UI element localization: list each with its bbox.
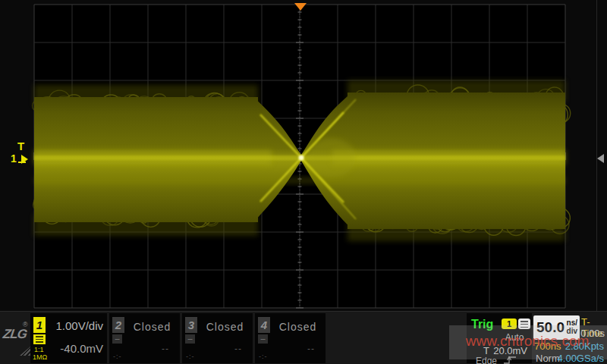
channel-3-box[interactable]: 3 Closed – -:- -- [182,313,253,363]
channel-4-value: -- [307,344,315,354]
channel-3-sub: -:- [186,353,195,360]
brand-triangle-icon [20,347,30,356]
trigger-position-marker[interactable] [294,3,307,11]
channel-2-badge: 2 [112,317,124,333]
channel-4-badge: 4 [258,317,270,333]
waveform-display [0,0,607,364]
channel-2-value: -- [162,344,169,354]
left-arrow-icon [597,154,604,163]
oscilloscope-screen: T 1 ZLG ® 1 1:1 1MΩ 1.00V/div -40.0mV 2 … [0,0,607,364]
channel-offset: -40.0mV [60,342,103,355]
channel-2-sub: -:- [113,353,122,360]
input-impedance: 1MΩ [33,353,47,361]
channel-3-value: -- [234,344,242,354]
status-bar: ZLG ® 1 1:1 1MΩ 1.00V/div -40.0mV 2 Clos… [0,311,607,364]
probe-ratio: 1:1 [34,346,44,353]
dc-coupling-icon [33,334,46,344]
channel-marker-label: 1 [11,152,17,165]
channel-3-status: Closed [197,321,253,333]
channel-2-box[interactable]: 2 Closed – -:- -- [109,313,180,363]
channel-4-status: Closed [270,321,326,333]
brand-text: ZLG [2,327,28,342]
watermark-text: www.cntronics.com [449,333,605,350]
channel-4-sub: -:- [259,353,268,360]
right-arrow-icon [21,155,28,164]
registered-mark: ® [23,321,28,328]
watermark-overlay: www.cntronics.com [449,325,607,359]
channel-4-box[interactable]: 4 Closed – -:- -- [255,313,326,363]
channel-2-status: Closed [124,321,180,333]
volts-per-div: 1.00V/div [55,319,103,332]
brand-logo: ZLG ® [2,316,30,362]
channel-3-badge: 3 [185,317,197,333]
trigger-level-marker[interactable]: T [17,140,24,152]
channel-1-badge: 1 [33,317,46,333]
minus-icon: – [185,334,195,344]
minus-icon: – [112,334,122,344]
channel-1-box[interactable]: 1 1:1 1MΩ 1.00V/div -40.0mV [30,313,107,363]
minus-icon: – [258,334,268,344]
channel-1-position-marker[interactable]: 1 [11,152,17,165]
